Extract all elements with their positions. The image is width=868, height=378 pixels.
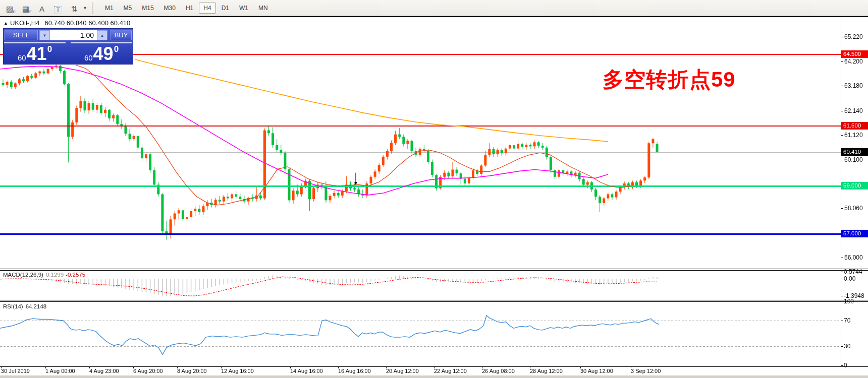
hatch-channel-icon-glyph: ▨ bbox=[6, 4, 13, 14]
buy-button[interactable]: BUY bbox=[111, 30, 132, 40]
timeframe-button-m1[interactable]: M1 bbox=[100, 3, 118, 14]
macd-axis-label: 0.00 bbox=[844, 275, 855, 282]
timeframe-button-d1[interactable]: D1 bbox=[217, 3, 234, 14]
hatch-channel-icon-badge: E bbox=[13, 10, 16, 14]
date-axis-label: 3 Sep 12:00 bbox=[631, 368, 661, 374]
sell-price-big: 41 bbox=[27, 44, 47, 64]
price-axis-label: 63.180 bbox=[844, 82, 863, 89]
chart-window: ▨E▦FAT⇅▼M1M5M15M30H1H4D1W1MN ▲UKOil-,H46… bbox=[0, 0, 868, 378]
price-badge-59000: 59.000 bbox=[841, 182, 868, 190]
date-axis-label: 22 Aug 12:00 bbox=[434, 368, 467, 374]
ohlc-values: 60.740 60.840 60.400 60.410 bbox=[44, 19, 130, 27]
price-axis-label: 62.140 bbox=[844, 107, 863, 114]
buy-price-sup: 0 bbox=[114, 44, 119, 54]
trade-panel-row: SELL ▼ 1.00 ▲ BUY bbox=[4, 29, 133, 42]
timeframe-button-m15[interactable]: M15 bbox=[137, 3, 158, 14]
date-axis-label: 1 Aug 00:00 bbox=[45, 368, 75, 374]
macd-axis-label: 0.5744 bbox=[844, 268, 862, 275]
date-axis-label: 16 Aug 16:00 bbox=[338, 368, 371, 374]
toolbar: ▨E▦FAT⇅▼M1M5M15M30H1H4D1W1MN bbox=[0, 0, 868, 16]
volume-increase-button[interactable]: ▲ bbox=[97, 30, 107, 40]
dropdown-caret-icon[interactable]: ▼ bbox=[83, 6, 87, 11]
sell-price-prefix: 60 bbox=[18, 53, 26, 62]
rsi-name: RSI(14) bbox=[3, 303, 23, 309]
chart-text-annotation: 多空转折点59 bbox=[603, 66, 736, 94]
price-badge-64500: 64.500 bbox=[841, 50, 868, 58]
text-label-icon[interactable]: T bbox=[51, 2, 65, 14]
rsi-indicator-label: RSI(14)64.2148 bbox=[3, 303, 46, 309]
date-axis-label: 26 Aug 08:00 bbox=[482, 368, 515, 374]
macd-indicator-label: MACD(12,26,9)0.1299-0.2575 bbox=[3, 272, 85, 278]
sell-button[interactable]: SELL bbox=[5, 30, 38, 40]
macd-value-1: 0.1299 bbox=[46, 272, 64, 278]
fibonacci-grid-icon-glyph: ▦ bbox=[22, 4, 29, 14]
rsi-axis-label: 70 bbox=[844, 317, 850, 324]
macd-name: MACD(12,26,9) bbox=[3, 272, 43, 278]
buy-price-big: 49 bbox=[93, 44, 114, 64]
buy-price-tile[interactable]: 60 49 0 bbox=[71, 42, 132, 65]
date-axis-label: 6 Aug 20:00 bbox=[133, 368, 163, 374]
price-axis-label: 65.220 bbox=[844, 33, 863, 40]
date-axis-label: 8 Aug 20:00 bbox=[177, 368, 207, 374]
date-axis-label: 4 Aug 23:00 bbox=[89, 368, 119, 374]
rsi-axis-label: 100 bbox=[844, 298, 854, 305]
price-badge-57000: 57.000 bbox=[841, 230, 868, 237]
fibonacci-grid-icon[interactable]: ▦F bbox=[19, 2, 32, 14]
timeframe-button-h4[interactable]: H4 bbox=[199, 3, 215, 14]
price-axis-label: 61.120 bbox=[844, 132, 863, 139]
macd-value-2: -0.2575 bbox=[66, 272, 85, 278]
timeframe-button-m5[interactable]: M5 bbox=[119, 3, 137, 14]
symbol-marker-icon: ▲ bbox=[4, 21, 8, 26]
arrow-objects-icon-glyph: ⇅ bbox=[71, 4, 78, 14]
text-a-icon[interactable]: A bbox=[35, 2, 48, 14]
fibonacci-grid-icon-badge: F bbox=[29, 10, 32, 14]
date-axis-label: 12 Aug 16:00 bbox=[221, 368, 254, 374]
hatch-channel-icon[interactable]: ▨E bbox=[3, 2, 16, 14]
text-label-icon-glyph: T bbox=[54, 6, 62, 14]
timeframe-button-w1[interactable]: W1 bbox=[235, 3, 253, 14]
timeframe-button-m30[interactable]: M30 bbox=[159, 3, 180, 14]
price-axis-label: 64.200 bbox=[844, 58, 863, 65]
toolbar-separator bbox=[92, 3, 96, 14]
rsi-axis-label: 30 bbox=[844, 343, 850, 350]
buy-price-prefix: 60 bbox=[84, 53, 93, 62]
date-axis-label: 28 Aug 12:00 bbox=[530, 368, 563, 374]
symbol-name: UKOil-,H4 bbox=[10, 19, 40, 27]
date-axis-label: 30 Jul 2019 bbox=[1, 368, 30, 374]
price-badge-61500: 61.500 bbox=[841, 122, 868, 130]
date-axis-label: 20 Aug 12:00 bbox=[386, 368, 419, 374]
arrow-objects-icon[interactable]: ⇅ bbox=[68, 2, 81, 14]
price-axis-label: 56.000 bbox=[844, 254, 863, 261]
volume-decrease-button[interactable]: ▼ bbox=[39, 30, 50, 40]
sell-price-sup: 0 bbox=[47, 44, 52, 54]
timeframe-button-h1[interactable]: H1 bbox=[181, 3, 198, 14]
chart-title: ▲UKOil-,H460.740 60.840 60.400 60.410 bbox=[4, 19, 130, 27]
one-click-trade-panel: SELL ▼ 1.00 ▲ BUY 60 41 0 60 49 0 bbox=[4, 29, 133, 64]
price-axis-label: 58.060 bbox=[844, 205, 863, 212]
timeframe-button-mn[interactable]: MN bbox=[254, 3, 273, 14]
rsi-value: 64.2148 bbox=[26, 303, 47, 309]
date-axis-label: 14 Aug 16:00 bbox=[290, 368, 323, 374]
price-badge-60410: 60.410 bbox=[841, 148, 868, 156]
rsi-axis-label: 0 bbox=[844, 362, 847, 369]
text-a-icon-glyph: A bbox=[39, 4, 44, 14]
date-axis-label: 30 Aug 12:00 bbox=[580, 368, 613, 374]
sell-price-tile[interactable]: 60 41 0 bbox=[4, 42, 66, 65]
volume-input[interactable]: 1.00 bbox=[50, 30, 97, 40]
price-axis-label: 60.100 bbox=[844, 156, 863, 163]
